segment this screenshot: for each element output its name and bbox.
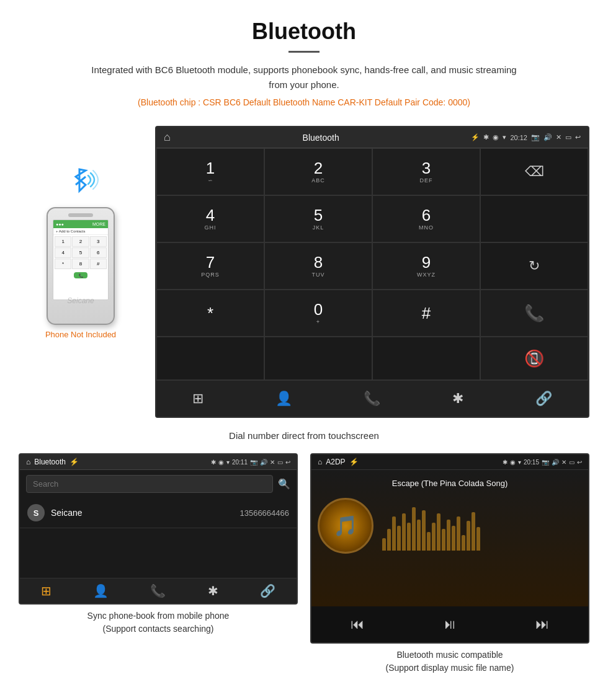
viz-bar — [402, 513, 406, 551]
dial-key-call[interactable]: 📞 — [480, 290, 588, 337]
pb-usb-icon: ⚡ — [69, 458, 79, 466]
music-song-title: Escape (The Pina Colada Song) — [392, 479, 507, 488]
dial-key-star[interactable]: * — [156, 290, 264, 337]
home-icon[interactable]: ⌂ — [164, 131, 171, 144]
prev-track-btn[interactable]: ⏮ — [342, 614, 373, 635]
phone-key-9: # — [90, 259, 107, 269]
phone-key-1: 1 — [55, 236, 71, 247]
status-right: ⚡ ✱ ◉ ▾ 20:12 📷 🔊 ✕ ▭ ↩ — [471, 133, 581, 141]
phonebook-screen: ⌂ Bluetooth ⚡ ✱ ◉ ▾ 20:11 📷 🔊 ✕ ▭ ↩ — [19, 453, 298, 605]
dial-key-empty2 — [156, 337, 264, 380]
music-usb-icon: ⚡ — [349, 458, 359, 466]
pb-phone-btn[interactable]: 📞 — [150, 583, 166, 598]
pb-empty-space — [20, 528, 297, 578]
pb-contact-row[interactable]: S Seicane 13566664466 — [20, 498, 297, 528]
dial-key-6[interactable]: 6MNO — [372, 195, 480, 242]
pb-status-right: ✱ ◉ ▾ 20:11 📷 🔊 ✕ ▭ ↩ — [211, 459, 290, 466]
car-dial-screen: ⌂ Bluetooth ⚡ ✱ ◉ ▾ 20:12 📷 🔊 ✕ ▭ ↩ 1∽ — [155, 126, 589, 418]
music-wifi-icon: ▾ — [518, 459, 521, 466]
play-pause-btn[interactable]: ⏯ — [434, 614, 465, 635]
viz-bar — [472, 512, 475, 551]
status-left: ⌂ — [164, 131, 171, 144]
dial-grid: 1∽ 2ABC 3DEF ⌫ 4GHI 5JKL 6MNO — [156, 148, 588, 380]
music-screen: ⌂ A2DP ⚡ ✱ ◉ ▾ 20:15 📷 🔊 ✕ ▭ ↩ E — [310, 453, 589, 644]
dial-key-1[interactable]: 1∽ — [156, 148, 264, 195]
dial-key-hash[interactable]: # — [372, 290, 480, 337]
viz-bar — [397, 526, 401, 551]
pb-bt-btn[interactable]: ✱ — [208, 583, 218, 598]
pb-bottom-bar: ⊞ 👤 📞 ✱ 🔗 — [20, 578, 297, 603]
contacts-btn[interactable]: 👤 — [267, 387, 301, 410]
close-icon[interactable]: ✕ — [556, 133, 561, 141]
pb-close-icon[interactable]: ✕ — [270, 459, 275, 466]
bluetooth-specs: (Bluetooth chip : CSR BC6 Default Blueto… — [12, 97, 596, 107]
viz-bar — [447, 520, 450, 551]
dial-key-endcall[interactable]: 📵 — [480, 337, 588, 380]
phone-btn[interactable]: 📞 — [355, 387, 389, 410]
dial-key-empty3 — [264, 337, 372, 380]
viz-bar — [392, 516, 396, 551]
dial-key-backspace[interactable]: ⌫ — [480, 148, 588, 195]
dial-key-3[interactable]: 3DEF — [372, 148, 480, 195]
dialpad-btn[interactable]: ⊞ — [184, 387, 212, 410]
music-status-left: ⌂ A2DP ⚡ — [318, 458, 359, 466]
page-title: Bluetooth — [12, 19, 596, 45]
dial-key-refresh[interactable]: ↻ — [480, 242, 588, 290]
dial-key-4[interactable]: 4GHI — [156, 195, 264, 242]
dial-key-9[interactable]: 9WXYZ — [372, 242, 480, 290]
link-btn[interactable]: 🔗 — [527, 387, 561, 410]
pb-back-icon[interactable]: ↩ — [285, 459, 290, 466]
dial-key-2[interactable]: 2ABC — [264, 148, 372, 195]
dial-key-7[interactable]: 7PQRS — [156, 242, 264, 290]
music-block: ⌂ A2DP ⚡ ✱ ◉ ▾ 20:15 📷 🔊 ✕ ▭ ↩ E — [310, 453, 589, 677]
viz-bar — [437, 513, 440, 551]
music-loc-icon: ◉ — [510, 459, 516, 466]
phone-call-btn: 📞 — [74, 272, 87, 278]
viz-bar — [417, 520, 421, 551]
location-icon: ◉ — [493, 133, 499, 141]
music-album-art: 🎵 — [318, 498, 373, 554]
music-screen-title: A2DP — [326, 458, 345, 466]
pb-search-icon[interactable]: 🔍 — [278, 478, 290, 490]
dial-key-5[interactable]: 5JKL — [264, 195, 372, 242]
pb-contacts-btn[interactable]: 👤 — [93, 583, 109, 598]
phone-key-4: 4 — [55, 247, 71, 258]
phone-speaker — [68, 213, 93, 217]
back-icon[interactable]: ↩ — [575, 133, 581, 141]
dial-key-8[interactable]: 8TUV — [264, 242, 372, 290]
phone-not-included-label: Phone Not Included — [45, 330, 116, 339]
pb-win-icon: ▭ — [277, 459, 283, 466]
dial-caption: Dial number direct from touchscreen — [0, 424, 608, 453]
dial-key-0[interactable]: 0+ — [264, 290, 372, 337]
phone-screen-header: ●●●MORE — [53, 220, 108, 228]
pb-link-btn[interactable]: 🔗 — [260, 583, 275, 598]
pb-avatar: S — [27, 504, 45, 521]
viz-bar — [462, 535, 465, 551]
phone-keypad: 1 2 3 4 5 6 * 8 # — [53, 235, 108, 270]
pb-dialpad-btn[interactable]: ⊞ — [41, 583, 51, 598]
pb-bt-icon: ✱ — [211, 459, 216, 466]
bluetooth-btn[interactable]: ✱ — [444, 387, 472, 410]
pb-contact-number: 13566664466 — [239, 508, 289, 518]
phone-screen: ●●●MORE + Add to Contacts 1 2 3 4 5 6 * … — [53, 219, 109, 300]
music-close-icon[interactable]: ✕ — [561, 459, 566, 466]
viz-bar — [422, 510, 426, 551]
music-back-icon[interactable]: ↩ — [577, 459, 582, 466]
page-header: Bluetooth Integrated with BC6 Bluetooth … — [0, 0, 608, 126]
pb-home-icon[interactable]: ⌂ — [26, 458, 30, 466]
phone-key-7: * — [55, 259, 71, 269]
viz-bar — [387, 529, 391, 551]
music-vol-icon: 🔊 — [552, 459, 559, 466]
viz-bar — [467, 521, 470, 551]
pb-search-input[interactable] — [26, 475, 273, 493]
pb-status-left: ⌂ Bluetooth ⚡ — [26, 458, 79, 466]
music-controls: ⏮ ⏯ ⏭ — [311, 606, 588, 642]
pb-status-bar: ⌂ Bluetooth ⚡ ✱ ◉ ▾ 20:11 📷 🔊 ✕ ▭ ↩ — [20, 454, 297, 470]
viz-bar — [412, 507, 416, 551]
music-body: Escape (The Pina Colada Song) 🎵 — [311, 470, 588, 606]
status-bar: ⌂ Bluetooth ⚡ ✱ ◉ ▾ 20:12 📷 🔊 ✕ ▭ ↩ — [156, 127, 588, 148]
next-track-btn[interactable]: ⏭ — [527, 614, 558, 635]
music-home-icon[interactable]: ⌂ — [318, 458, 322, 466]
volume-icon: 🔊 — [543, 133, 552, 141]
music-status-bar: ⌂ A2DP ⚡ ✱ ◉ ▾ 20:15 📷 🔊 ✕ ▭ ↩ — [311, 454, 588, 470]
